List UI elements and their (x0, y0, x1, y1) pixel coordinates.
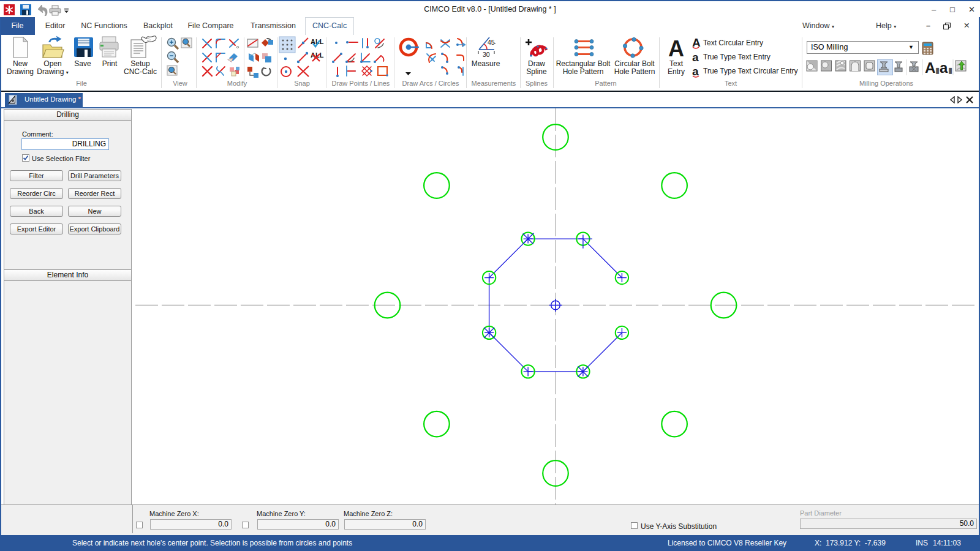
svg-text:▮: ▮ (948, 66, 952, 75)
svg-text:a: a (940, 59, 948, 76)
svg-text:A: A (692, 36, 701, 49)
svg-text:a: a (692, 51, 699, 64)
svg-text:A: A (668, 36, 684, 61)
svg-text:45: 45 (488, 39, 495, 46)
svg-text:A: A (925, 59, 935, 76)
svg-text:30: 30 (483, 51, 490, 58)
